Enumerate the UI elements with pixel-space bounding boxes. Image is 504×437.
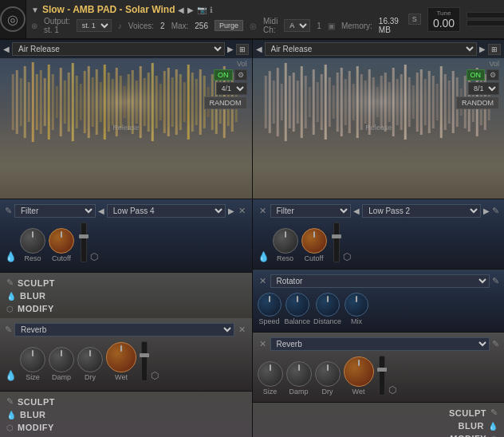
midi-label: Midi Ch: (263, 17, 278, 34)
fx-right-reverb-type[interactable]: Reverb (270, 337, 490, 351)
fx-left-sculpt2-item[interactable]: ✎ SCULPT (6, 395, 246, 408)
fx-left-reverb-type[interactable]: Reverb (14, 323, 234, 337)
left-random-button[interactable]: RANDOM (204, 96, 247, 109)
voices-value: 2 (160, 22, 165, 30)
fx-left-reverb-dry-knob[interactable] (77, 347, 103, 372)
right-on-settings: ON ⚙ (467, 69, 500, 81)
left-settings-button[interactable]: ⚙ (234, 69, 247, 81)
tune-value: 0.00 (433, 17, 455, 30)
purge-button[interactable]: Purge (215, 20, 243, 31)
fx-left-filter-mode[interactable]: Low Pass 4 (107, 204, 226, 218)
fx-right-balance-knob[interactable] (285, 293, 309, 317)
svg-rect-2 (20, 78, 22, 126)
midi-select[interactable]: A (284, 19, 310, 32)
fx-right-blur-item[interactable]: BLUR 💧 (259, 419, 498, 432)
fx-left-blur2-item[interactable]: 💧 BLUR (6, 408, 246, 421)
left-vol-label: Vol (237, 60, 247, 68)
camera-icon[interactable]: 📷 (197, 6, 207, 14)
fx-left-cutoff-knob[interactable] (49, 228, 74, 254)
arrow-left[interactable]: ▼ (31, 6, 39, 14)
fx-right-filter-edit[interactable]: ✎ (492, 206, 499, 216)
fx-right-rotator-close[interactable]: ✕ (258, 276, 268, 286)
fx-right-reverb-close[interactable]: ✕ (258, 339, 268, 349)
fx-left-reverb-damp-knob[interactable] (49, 347, 74, 372)
fx-left-filter-edit[interactable]: ✎ (5, 206, 12, 216)
right-waveform-controls: Vol ON ⚙ 8/1 RANDOM (456, 60, 499, 109)
fx-right-modify-item[interactable]: MODIFY ⬡ (259, 432, 498, 437)
right-random-button[interactable]: RANDOM (456, 96, 499, 109)
fx-right-mix-knob[interactable] (345, 293, 368, 317)
output-icon: ⊛ (31, 22, 37, 30)
right-on-button[interactable]: ON (467, 69, 486, 81)
fx-left-blur2-icon: 💧 (6, 411, 16, 419)
fx-left-blur-item[interactable]: 💧 BLUR (6, 289, 246, 302)
output-select[interactable]: st. 1 (77, 19, 112, 32)
pitch-slider-2[interactable] (467, 20, 504, 26)
left-on-button[interactable]: ON (214, 69, 233, 81)
fx-right-filter-type[interactable]: Filter (270, 204, 352, 218)
arrow-nav-left[interactable]: ◀ (178, 6, 184, 14)
fx-left-blur2-label: BLUR (20, 410, 46, 419)
svg-rect-63 (280, 84, 282, 120)
fx-right-speed-label: Speed (258, 317, 279, 325)
fx-left-filter-slider-thumb (79, 234, 89, 238)
fx-right-reverb-size-knob[interactable] (258, 361, 283, 387)
fx-right-reverb-dry-knob[interactable] (315, 361, 341, 387)
fx-left-modify2-item[interactable]: ⬡ MODIFY (6, 421, 246, 434)
s-button[interactable]: S (408, 14, 421, 25)
pitch-slider-1[interactable] (467, 12, 504, 18)
fx-left-filter-nav-r[interactable]: ▶ (228, 207, 234, 215)
fx-right-distance-knob[interactable] (316, 293, 340, 317)
fx-right-reso-knob[interactable] (273, 228, 298, 254)
info-icon[interactable]: ℹ (210, 6, 213, 14)
fx-left-modify-item[interactable]: ⬡ MODIFY (6, 302, 246, 315)
right-panel-nav-left[interactable]: ◀ (256, 45, 262, 53)
fx-right-reverb-damp-knob[interactable] (286, 361, 312, 387)
fx-right-reverb-wet-knob[interactable] (344, 356, 374, 387)
fx-right-reverb-wet-label: Wet (352, 388, 365, 396)
right-panel-nav-right[interactable]: ▶ (479, 45, 486, 53)
fx-left-reverb-wet-knob[interactable] (106, 342, 136, 372)
fx-right-filter-close[interactable]: ✕ (258, 206, 268, 216)
right-panel-dropdown[interactable]: Air Release (265, 42, 478, 56)
fx-right-filter-slider[interactable] (333, 222, 340, 262)
fx-left-filter-type[interactable]: Filter (14, 204, 96, 218)
midi-num: 1 (317, 22, 321, 30)
fx-right-modify-icon: ⬡ (490, 435, 498, 438)
arrow-nav-right[interactable]: ▶ (187, 6, 194, 14)
fx-left-reverb-close[interactable]: ✕ (237, 325, 247, 335)
fx-left-reverb-size-knob[interactable] (20, 347, 45, 372)
fx-right-rotator-edit[interactable]: ✎ (492, 276, 499, 286)
fx-right-speed-knob[interactable] (258, 293, 282, 317)
fx-right-reverb-edit[interactable]: ✎ (492, 339, 499, 349)
left-panel-nav-right[interactable]: ▶ (227, 45, 234, 53)
fx-right-filter-nav-r[interactable]: ▶ (483, 207, 490, 215)
left-panel-grid-icon[interactable]: ⊞ (236, 44, 249, 55)
fx-left-filter-close[interactable]: ✕ (237, 206, 247, 216)
fx-right-hex-icon: ⬡ (343, 251, 351, 262)
fx-left-sculpt-item[interactable]: ✎ SCULPT (6, 276, 246, 289)
left-panel-dropdown[interactable]: Air Release (12, 42, 225, 56)
fx-right-sculpt-item[interactable]: SCULPT ✎ (259, 406, 498, 419)
fx-right-filter: ✕ Filter ◀ Low Pass 2 ▶ ✎ 💧 Reso (253, 199, 505, 270)
fx-right-cutoff-knob[interactable] (301, 228, 327, 254)
right-time-select[interactable]: 8/1 (468, 82, 499, 95)
left-panel-nav-left[interactable]: ◀ (3, 45, 10, 53)
fx-right-filter-nav-l[interactable]: ◀ (353, 207, 360, 215)
fx-right-col: ✕ Filter ◀ Low Pass 2 ▶ ✎ 💧 Reso (253, 199, 505, 437)
fx-right-reverb-slider[interactable] (379, 356, 385, 396)
fx-right-rotator-type[interactable]: Rotator (270, 274, 490, 288)
fx-left-filter-nav-l[interactable]: ◀ (98, 207, 104, 215)
right-panel-header: ◀ Air Release ▶ ⊞ (253, 40, 505, 58)
fx-left-reverb-wet-group: Wet (106, 342, 136, 381)
right-panel-grid-icon[interactable]: ⊞ (488, 44, 501, 55)
fx-left-reverb-slider[interactable] (141, 341, 148, 381)
fx-right-cutoff-label: Cutoff (305, 254, 324, 262)
left-time-select[interactable]: 4/1 (216, 82, 247, 95)
fx-left-filter-slider[interactable] (81, 222, 87, 262)
fx-right-filter-mode[interactable]: Low Pass 2 (362, 204, 481, 218)
right-settings-button[interactable]: ⚙ (486, 69, 499, 81)
fx-left-reverb-edit[interactable]: ✎ (5, 325, 12, 335)
fx-left-reso-knob[interactable] (20, 228, 45, 254)
fx-left-text-top: ✎ SCULPT 💧 BLUR ⬡ MODIFY (0, 273, 252, 318)
